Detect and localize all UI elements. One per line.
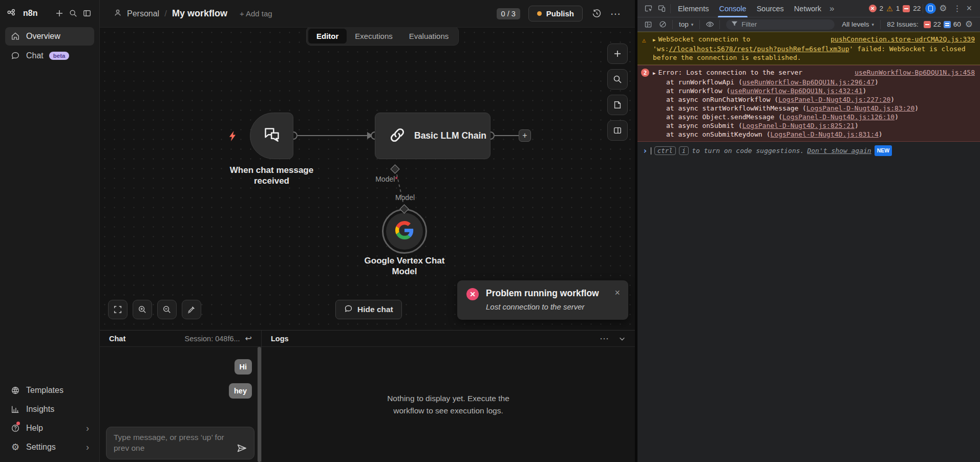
error-circle-icon: ✕ <box>466 288 479 300</box>
context-selector[interactable]: top▾ <box>676 20 696 28</box>
log-levels-selector[interactable]: All levels▾ <box>839 20 877 28</box>
devtools-tab-network[interactable]: Network <box>789 0 826 17</box>
console-sidebar-icon[interactable] <box>642 18 655 31</box>
search-icon[interactable] <box>68 8 78 18</box>
add-node-button[interactable] <box>607 43 628 64</box>
errors-count: 2 <box>880 5 884 12</box>
messages-icon[interactable] <box>944 21 951 28</box>
devtools-tab-elements[interactable]: Elements <box>673 0 714 17</box>
dont-show-again-link[interactable]: Don't show again <box>807 146 871 155</box>
devtools-tab-console[interactable]: Console <box>714 0 751 17</box>
url-link[interactable]: //localhost:5678/rest/push?pushRef=6sefl… <box>669 45 849 53</box>
source-link[interactable]: pushConnection.store-udrCMA2Q.js:339 <box>830 35 975 43</box>
home-icon <box>10 31 20 41</box>
console-settings-icon[interactable]: ⚙ <box>962 20 976 29</box>
workflow-canvas[interactable]: Editor Executions Evaluations <box>100 28 635 330</box>
model-port-label: Model* <box>366 175 407 183</box>
node-chat-trigger[interactable] <box>250 113 293 159</box>
live-expression-eye-icon[interactable] <box>703 18 716 31</box>
devtools-tab-sources[interactable]: Sources <box>752 0 789 17</box>
tab-editor[interactable]: Editor <box>308 29 347 43</box>
sidebar-item-insights[interactable]: Insights <box>5 400 94 419</box>
setup-progress-badge[interactable]: 0 / 3 <box>497 8 520 19</box>
sticky-note-button[interactable] <box>607 95 628 115</box>
breadcrumb-project[interactable]: Personal <box>127 9 159 18</box>
logs-header-actions: ⋯ <box>600 334 626 343</box>
stack-source-link[interactable]: useRunWorkflow-Bp6DQU1N.js:296:47 <box>742 78 875 86</box>
issues-summary[interactable]: 82 Issues: <box>884 20 919 28</box>
sidebar-item-settings[interactable]: ⚙ Settings › <box>5 438 94 456</box>
chat-bubble-icon <box>344 304 353 315</box>
model-port-diamond[interactable] <box>390 164 399 173</box>
stack-source-link[interactable]: LogsPanel-D-Nugt4D.js:831:4 <box>771 130 879 138</box>
warnings-badge-icon[interactable]: ⚠ <box>886 5 893 12</box>
chat-panel-header: Chat Session: 048f6... ↩ <box>100 331 261 347</box>
stack-source-link[interactable]: LogsPanel-D-Nugt4D.js:126:10 <box>782 113 894 121</box>
device-toolbar-icon[interactable] <box>655 3 668 15</box>
stack-source-link[interactable]: LogsPanel-D-Nugt4D.js:227:20 <box>778 96 890 103</box>
stack-source-link[interactable]: useRunWorkflow-Bp6DQU1N.js:432:41 <box>730 87 862 95</box>
logs-panel-header: Logs ⋯ <box>262 331 635 347</box>
chat-panel-resize-handle[interactable] <box>258 347 261 462</box>
sidebar-item-overview[interactable]: Overview <box>5 27 94 46</box>
zoom-in-button[interactable] <box>133 300 152 319</box>
add-tag-button[interactable]: + Add tag <box>240 9 272 18</box>
filter-input[interactable] <box>741 20 823 28</box>
sidebar-item-templates[interactable]: Templates <box>5 381 94 400</box>
templates-icon <box>10 385 20 395</box>
console-prompt-row[interactable]: › ctrl i to turn on code suggestions. Do… <box>637 142 980 160</box>
logs-menu-icon[interactable]: ⋯ <box>600 334 609 343</box>
required-asterisk: * <box>395 175 397 183</box>
console-error-row[interactable]: 2 useRunWorkflow-Bp6DQU1N.js:458 ▶Error:… <box>637 65 980 142</box>
expand-triangle-icon[interactable]: ▶ <box>653 37 655 42</box>
chat-input-box <box>106 427 254 459</box>
workflow-title[interactable]: My workflow <box>172 8 227 19</box>
devtools-close-icon[interactable]: × <box>964 3 976 14</box>
errors-badge-icon[interactable]: ✕ <box>869 5 877 12</box>
stack-source-link[interactable]: LogsPanel-D-Nugt4D.js:83:20 <box>806 104 914 112</box>
tab-evaluations[interactable]: Evaluations <box>401 29 457 43</box>
canvas-search-button[interactable] <box>607 69 628 90</box>
clear-console-icon[interactable] <box>656 18 669 31</box>
chat-input[interactable] <box>106 427 254 459</box>
sidebar-item-chat[interactable]: Chat beta <box>5 47 94 65</box>
node-basic-llm-chain[interactable]: Basic LLM Chain <box>375 113 491 159</box>
devtools-menu-icon[interactable]: ⋮ <box>950 4 964 13</box>
workflow-menu-icon[interactable]: ⋯ <box>610 8 621 20</box>
sidebar-item-help[interactable]: Help › <box>5 419 94 437</box>
cast-extension-icon[interactable] <box>925 3 936 14</box>
hide-chat-button[interactable]: Hide chat <box>335 300 402 319</box>
add-next-node-button[interactable]: + <box>519 129 531 142</box>
chat-messages-area[interactable]: Hi hey <box>100 347 261 462</box>
send-icon[interactable] <box>236 443 247 456</box>
toggle-panel-button[interactable] <box>607 120 628 141</box>
page-errors-icon[interactable] <box>924 21 931 28</box>
stack-frame: at runWorkflowApi (useRunWorkflow-Bp6DQU… <box>653 78 975 86</box>
expand-triangle-icon[interactable]: ▶ <box>653 71 655 76</box>
issues-badge-icon[interactable] <box>903 5 910 12</box>
reset-session-icon[interactable]: ↩ <box>245 335 252 343</box>
hide-chat-label: Hide chat <box>357 305 393 314</box>
new-workflow-button[interactable] <box>54 8 65 18</box>
beta-badge: beta <box>49 52 70 60</box>
toast-close-icon[interactable]: × <box>614 288 620 320</box>
publish-status-dot <box>537 11 542 16</box>
collapse-logs-icon[interactable] <box>619 335 626 342</box>
source-link[interactable]: useRunWorkflow-Bp6DQU1N.js:458 <box>855 68 975 77</box>
inspect-element-icon[interactable] <box>642 3 655 15</box>
header-actions: 0 / 3 Publish ⋯ <box>497 6 621 21</box>
stack-source-link[interactable]: LogsPanel-D-Nugt4D.js:825:21 <box>742 122 855 129</box>
logs-panel-title: Logs <box>271 335 289 343</box>
zoom-out-button[interactable] <box>157 300 177 319</box>
publish-button[interactable]: Publish <box>528 6 583 21</box>
fit-view-button[interactable] <box>108 300 127 319</box>
console-warning-row[interactable]: ⚠ pushConnection.store-udrCMA2Q.js:339 ▶… <box>637 32 980 65</box>
collapse-sidebar-icon[interactable] <box>82 8 92 18</box>
more-tabs-icon[interactable]: » <box>826 4 837 14</box>
tidy-up-button[interactable] <box>182 300 201 319</box>
node-google-vertex-chat-model[interactable] <box>382 209 427 254</box>
devtools-settings-icon[interactable]: ⚙ <box>936 4 950 13</box>
tab-executions[interactable]: Executions <box>347 29 400 43</box>
history-icon[interactable] <box>591 8 602 19</box>
stack-frame: at async onSubmitKeydown (LogsPanel-D-Nu… <box>653 130 975 139</box>
